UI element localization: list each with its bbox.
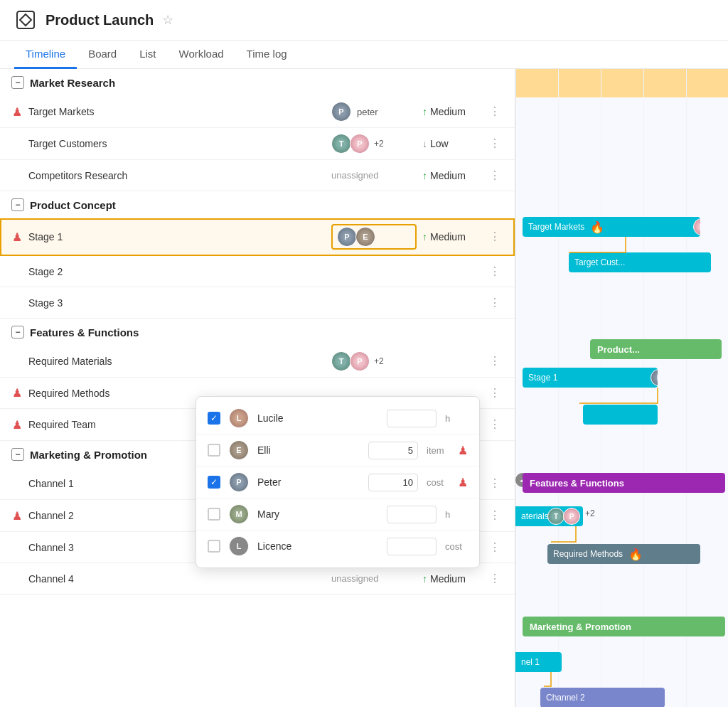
collapse-marketing-promotion[interactable]: − [11,448,24,461]
section-market-research: − Market Research [0,69,515,96]
dropdown-input-elli[interactable] [368,442,418,459]
dropdown-row-lucile: ✓ L Lucile h [196,403,479,435]
extra-count: +2 [374,356,384,366]
required-materials-extra: +2 [585,508,595,518]
avatar-licence: L [229,536,249,556]
gantt-bar-target-customers: Target Cust... [569,252,711,272]
more-menu-button[interactable]: ⋮ [486,167,503,184]
person-icon: ♟ [13,105,21,119]
section-product-concept: − Product Concept [0,191,515,218]
dropdown-input-lucile[interactable] [387,410,437,427]
gantt-bar-label: Product... [597,344,640,355]
collapse-market-research[interactable]: − [11,76,24,89]
more-menu-button[interactable]: ⋮ [486,416,503,433]
star-icon[interactable]: ☆ [162,12,173,28]
task-name: Competitors Research [28,170,331,181]
gantt-avatar-pink: P [563,508,580,525]
more-menu-button[interactable]: ⋮ [486,294,503,311]
avatar-elli: E [229,440,249,460]
avatar-mary: M [229,504,249,524]
priority-label: Medium [430,231,466,242]
dropdown-unit-lucile: h [445,413,468,424]
gantt-panel: ◀ Target Markets 🔥 P Target Cust... [515,69,728,707]
person-icon: ♟ [13,508,21,523]
priority: ↑ Medium [422,106,486,117]
gantt-bar-channel2: Channel 2 [540,688,665,707]
priority-label: Medium [430,106,466,117]
gantt-bar-target-markets: Target Markets 🔥 P [523,217,700,237]
checkbox-lucile[interactable]: ✓ [208,412,220,425]
arrow-up-icon: ↑ [422,106,427,117]
nav-tabs: Timeline Board List Workload Time log [0,41,728,69]
gantt-bar-product-concept: Product... [590,339,722,359]
checkbox-licence[interactable] [208,540,220,553]
avatar: P [350,351,370,371]
priority-label: Low [430,138,449,149]
gantt-bar-label: aterials [521,511,549,521]
dropdown-name-mary: Mary [257,508,378,520]
person-icon: ♟ [13,230,21,244]
dropdown-unit-peter: cost [427,477,449,488]
dropdown-input-licence[interactable] [387,538,437,555]
dropdown-row-elli: E Elli item ♟ [196,435,479,467]
task-name: Stage 3 [28,297,331,309]
dropdown-name-peter: Peter [257,476,360,488]
more-menu-button[interactable]: ⋮ [486,507,503,524]
task-name: Channel 4 [28,573,331,585]
more-menu-button[interactable]: ⋮ [486,385,503,402]
unassigned-label: unassigned [331,573,417,584]
task-name: Stage 2 [28,266,331,277]
task-name: Target Customers [28,138,331,149]
gantt-bar-features-functions: Features & Functions [523,473,725,493]
more-menu-button[interactable]: ⋮ [486,135,503,152]
gantt-bar-required-materials: aterials T P [515,506,583,526]
gantt-bar-label: Required Methods [553,549,623,559]
task-row: Target Customers T P +2 ↓ Low ⋮ [0,128,515,160]
task-row: Stage 2 ⋮ [0,256,515,287]
assignees: T P +2 [331,134,417,154]
task-name: Required Materials [28,356,331,367]
more-menu-button[interactable]: ⋮ [486,228,503,245]
assignees: P peter [331,102,417,122]
avatar: T [331,351,351,371]
dropdown-row-licence: L Licence cost [196,531,479,562]
more-menu-button[interactable]: ⋮ [486,263,503,280]
gantt-avatar-teal: T [547,508,564,525]
avatar: E [355,227,375,247]
checkbox-peter[interactable]: ✓ [208,476,220,489]
more-menu-button[interactable]: ⋮ [486,475,503,492]
arrow-down-icon: ↓ [422,138,427,149]
avatar: P [350,134,370,154]
tab-timeline[interactable]: Timeline [14,41,77,69]
gantt-avatar: P [693,218,700,235]
more-menu-button[interactable]: ⋮ [486,570,503,587]
priority-label: Medium [430,170,466,181]
tab-workload[interactable]: Workload [168,41,235,69]
assignees: unassigned [331,573,417,584]
tab-timelog[interactable]: Time log [235,41,299,69]
dropdown-input-peter[interactable] [368,474,418,491]
gantt-bar-label: nel 1 [521,657,540,667]
tab-list[interactable]: List [128,41,167,69]
dropdown-unit-elli: item [427,445,449,456]
checkbox-elli[interactable] [208,444,220,457]
tab-board[interactable]: Board [77,41,128,69]
gantt-background [515,69,728,707]
dropdown-input-mary[interactable] [387,506,437,523]
avatar-lucile: L [229,408,249,428]
more-menu-button[interactable]: ⋮ [486,539,503,556]
section-features-functions: − Features & Functions [0,319,515,346]
more-menu-button[interactable]: ⋮ [486,103,503,120]
section-marketing-promotion-label: Marketing & Promotion [30,449,147,461]
more-menu-button[interactable]: ⋮ [486,353,503,370]
collapse-product-concept[interactable]: − [11,198,24,211]
app-logo-icon [14,9,37,31]
unassigned-label: unassigned [331,170,417,181]
priority: ↑ Medium [422,231,486,242]
task-row: ♟ Target Markets P peter ↑ Medium ⋮ [0,96,515,128]
arrow-up-icon: ↑ [422,573,427,585]
task-row: Required Materials T P +2 ⋮ [0,346,515,378]
checkbox-mary[interactable] [208,508,220,521]
dropdown-name-lucile: Lucile [257,412,378,424]
collapse-features-functions[interactable]: − [11,326,24,338]
